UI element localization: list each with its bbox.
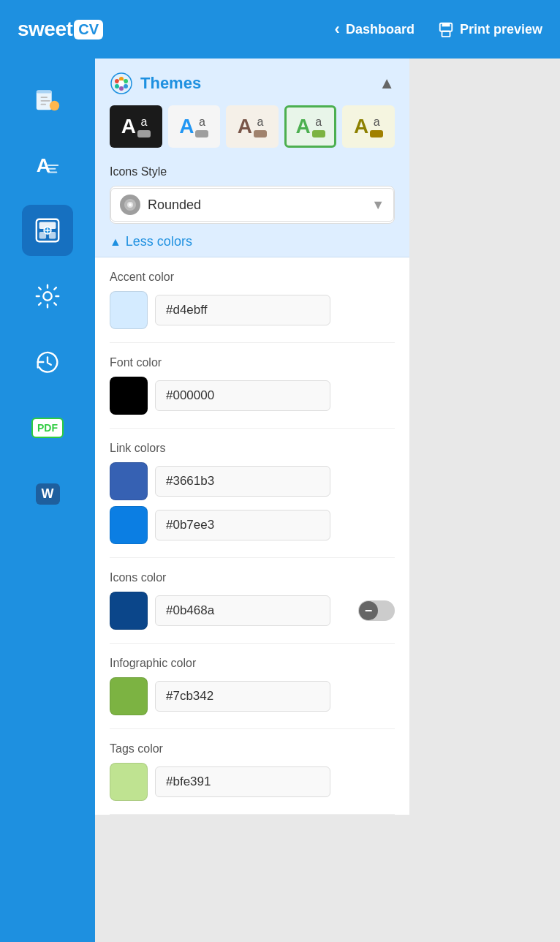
header: sweetCV ‹ Dashboard Print preview <box>0 0 560 59</box>
tags-color-label: Tags color <box>110 736 395 756</box>
tags-color-row <box>110 763 395 801</box>
less-colors-label: Less colors <box>126 234 192 249</box>
theme-swatch-dark[interactable]: A a <box>110 105 162 148</box>
font-color-swatch[interactable] <box>110 377 148 415</box>
dashboard-nav[interactable]: ‹ Dashboard <box>335 20 415 39</box>
infographic-color-row <box>110 677 395 715</box>
themes-panel: Themes ▲ A a <box>95 59 409 257</box>
print-icon <box>438 21 454 37</box>
infographic-color-swatch[interactable] <box>110 677 148 715</box>
settings-icon <box>34 282 61 310</box>
tags-color-swatch[interactable] <box>110 763 148 801</box>
color-sections: Accent color Font color Link colors <box>95 257 409 815</box>
icons-style-section: Icons Style Rounded ▼ <box>95 159 409 224</box>
collapse-themes-button[interactable]: ▲ <box>379 74 395 93</box>
sidebar: A <box>0 59 95 942</box>
sidebar-item-text[interactable]: A <box>22 139 73 190</box>
svg-rect-12 <box>48 172 57 173</box>
font-color-label: Font color <box>110 350 395 369</box>
svg-point-23 <box>124 84 128 88</box>
infographic-color-input[interactable] <box>155 681 330 712</box>
design-icon <box>34 85 61 113</box>
word-icon: W <box>36 483 60 505</box>
toggle-track[interactable] <box>358 600 395 621</box>
themes-title: Themes <box>140 74 201 93</box>
link-color-input-1[interactable] <box>155 466 330 497</box>
link-colors-group: Link colors <box>110 429 395 558</box>
icons-color-swatch[interactable] <box>110 592 148 630</box>
accent-color-row <box>110 291 395 329</box>
main-layout: A <box>0 59 560 942</box>
history-icon <box>34 348 61 376</box>
svg-rect-8 <box>41 104 47 105</box>
less-colors-button[interactable]: ▲ Less colors <box>95 224 409 257</box>
svg-rect-1 <box>442 31 450 37</box>
sidebar-item-pdf[interactable]: PDF <box>22 402 73 453</box>
svg-point-20 <box>115 79 119 83</box>
font-color-group: Font color <box>110 343 395 429</box>
themes-title-row: Themes <box>110 72 201 95</box>
icons-color-group: Icons color <box>110 558 395 644</box>
svg-point-24 <box>119 86 124 91</box>
logo-text: sweet <box>18 18 72 41</box>
sidebar-item-word[interactable]: W <box>22 468 73 519</box>
link-color-swatch-1[interactable] <box>110 462 148 500</box>
dropdown-arrow-icon: ▼ <box>371 197 385 213</box>
svg-point-22 <box>124 79 128 83</box>
accent-color-input[interactable] <box>155 295 330 325</box>
sidebar-item-layout[interactable] <box>22 205 73 256</box>
accent-color-label: Accent color <box>110 265 395 284</box>
icons-color-input[interactable] <box>155 595 330 626</box>
dashboard-label: Dashboard <box>346 22 415 37</box>
svg-rect-3 <box>37 91 52 110</box>
sidebar-item-settings[interactable] <box>22 271 73 322</box>
icons-color-label: Icons color <box>110 565 395 584</box>
icons-style-label: Icons Style <box>110 159 395 178</box>
tags-color-input[interactable] <box>155 766 330 797</box>
header-right: ‹ Dashboard Print preview <box>335 20 542 39</box>
svg-point-5 <box>50 101 59 110</box>
icons-color-row <box>110 592 395 630</box>
link-color-row-1 <box>110 462 395 500</box>
pdf-icon: PDF <box>31 418 64 438</box>
svg-rect-7 <box>41 100 50 102</box>
logo: sweetCV <box>18 18 103 41</box>
svg-point-28 <box>129 203 132 206</box>
svg-point-25 <box>115 84 119 88</box>
icons-color-toggle[interactable] <box>358 600 395 621</box>
theme-swatch-green[interactable]: A a <box>284 105 337 148</box>
chevron-up-icon: ▲ <box>110 236 121 249</box>
infographic-color-label: Infographic color <box>110 651 395 670</box>
svg-point-26 <box>118 80 124 86</box>
tags-color-group: Tags color <box>110 729 395 815</box>
theme-swatches: A a A a <box>95 105 409 159</box>
link-color-input-2[interactable] <box>155 510 330 540</box>
svg-rect-4 <box>37 91 52 94</box>
print-preview-button[interactable]: Print preview <box>438 21 542 37</box>
svg-rect-10 <box>48 165 58 166</box>
content-area: Themes ▲ A a <box>95 59 560 942</box>
svg-rect-11 <box>48 168 56 170</box>
infographic-color-group: Infographic color <box>110 644 395 729</box>
font-color-row <box>110 377 395 415</box>
icons-style-value: Rounded <box>148 197 364 213</box>
logo-cv: CV <box>74 20 103 39</box>
link-colors-label: Link colors <box>110 436 395 455</box>
accent-color-swatch[interactable] <box>110 291 148 329</box>
text-format-icon: A <box>34 151 61 178</box>
theme-swatch-tan[interactable]: A a <box>226 105 279 148</box>
layout-icon <box>34 216 61 244</box>
palette-icon <box>110 72 133 95</box>
svg-rect-2 <box>442 23 450 27</box>
icons-style-icon <box>120 195 140 215</box>
font-color-input[interactable] <box>155 380 330 411</box>
sidebar-item-history[interactable] <box>22 336 73 388</box>
svg-point-18 <box>43 292 51 300</box>
icons-style-dropdown[interactable]: Rounded ▼ <box>110 188 394 222</box>
theme-swatch-olive[interactable]: A a <box>342 105 395 148</box>
accent-color-group: Accent color <box>110 257 395 343</box>
link-color-swatch-2[interactable] <box>110 506 148 544</box>
back-chevron-icon: ‹ <box>335 20 340 39</box>
sidebar-item-design[interactable] <box>22 73 73 124</box>
theme-swatch-light[interactable]: A a <box>168 105 221 148</box>
